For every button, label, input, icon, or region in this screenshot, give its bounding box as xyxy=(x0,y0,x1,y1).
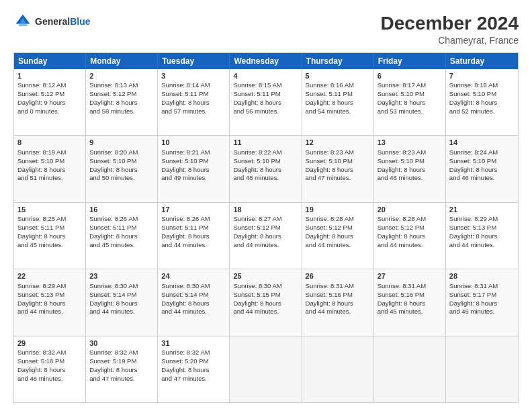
day-info-line-1: Sunset: 5:10 PM xyxy=(378,90,442,99)
day-info-line-0: Sunrise: 8:21 AM xyxy=(161,148,226,157)
day-info-line-0: Sunrise: 8:22 AM xyxy=(233,148,298,157)
page: GeneralBlue December 2024 Chameyrat, Fra… xyxy=(0,0,532,411)
calendar-cell-3-4: 26Sunrise: 8:31 AMSunset: 5:16 PMDayligh… xyxy=(302,269,374,335)
calendar-cell-1-2: 10Sunrise: 8:21 AMSunset: 5:10 PMDayligh… xyxy=(158,136,230,201)
day-number: 14 xyxy=(449,138,515,148)
day-info-line-1: Sunset: 5:11 PM xyxy=(306,90,370,99)
header-monday: Monday xyxy=(86,53,158,69)
day-number: 19 xyxy=(306,205,370,215)
calendar-cell-2-5: 20Sunrise: 8:28 AMSunset: 5:12 PMDayligh… xyxy=(374,203,446,269)
day-info-line-0: Sunrise: 8:30 AM xyxy=(161,282,226,291)
calendar-cell-1-3: 11Sunrise: 8:22 AMSunset: 5:10 PMDayligh… xyxy=(230,136,302,201)
day-info-line-3: and 48 minutes. xyxy=(233,174,298,183)
header-tuesday: Tuesday xyxy=(158,53,230,69)
day-info-line-1: Sunset: 5:20 PM xyxy=(161,357,226,366)
calendar-header-row: Sunday Monday Tuesday Wednesday Thursday… xyxy=(14,53,518,69)
day-info-line-3: and 45 minutes. xyxy=(89,241,154,250)
day-info-line-0: Sunrise: 8:23 AM xyxy=(306,148,370,157)
day-number: 25 xyxy=(233,271,298,281)
calendar-cell-2-1: 16Sunrise: 8:26 AMSunset: 5:11 PMDayligh… xyxy=(86,203,158,269)
day-info-line-3: and 46 minutes. xyxy=(378,174,442,183)
day-info-line-2: Daylight: 8 hours xyxy=(378,300,442,308)
calendar-cell-0-1: 2Sunrise: 8:13 AMSunset: 5:12 PMDaylight… xyxy=(86,69,158,135)
day-number: 12 xyxy=(306,138,370,148)
calendar-cell-3-5: 27Sunrise: 8:31 AMSunset: 5:16 PMDayligh… xyxy=(374,269,446,335)
day-info-line-0: Sunrise: 8:32 AM xyxy=(89,349,154,357)
day-info-line-1: Sunset: 5:10 PM xyxy=(449,90,515,99)
calendar-week-3: 22Sunrise: 8:29 AMSunset: 5:13 PMDayligh… xyxy=(14,269,518,336)
day-info-line-1: Sunset: 5:10 PM xyxy=(449,157,515,166)
day-info-line-3: and 45 minutes. xyxy=(378,308,442,316)
day-info-line-1: Sunset: 5:12 PM xyxy=(233,224,298,232)
day-info-line-2: Daylight: 8 hours xyxy=(306,166,370,175)
day-info-line-2: Daylight: 8 hours xyxy=(89,166,154,175)
day-number: 6 xyxy=(378,71,442,81)
day-number: 21 xyxy=(449,205,515,215)
day-info-line-1: Sunset: 5:11 PM xyxy=(161,224,226,232)
calendar: Sunday Monday Tuesday Wednesday Thursday… xyxy=(13,52,519,403)
day-info-line-3: and 54 minutes. xyxy=(306,107,370,116)
day-info-line-2: Daylight: 8 hours xyxy=(306,99,370,107)
day-number: 9 xyxy=(89,138,154,148)
day-info-line-3: and 0 minutes. xyxy=(17,107,82,116)
day-info-line-2: Daylight: 8 hours xyxy=(449,166,515,175)
header-friday: Friday xyxy=(374,53,446,69)
day-info-line-3: and 44 minutes. xyxy=(233,241,298,250)
day-info-line-2: Daylight: 8 hours xyxy=(161,300,226,308)
day-info-line-3: and 49 minutes. xyxy=(161,174,226,183)
logo-general: GeneralBlue xyxy=(35,15,90,28)
day-number: 26 xyxy=(306,271,370,281)
day-info-line-3: and 44 minutes. xyxy=(161,308,226,316)
day-info-line-2: Daylight: 8 hours xyxy=(17,232,82,241)
day-info-line-3: and 52 minutes. xyxy=(449,107,515,116)
calendar-cell-4-6 xyxy=(446,336,518,402)
day-info-line-2: Daylight: 8 hours xyxy=(161,232,226,241)
day-info-line-2: Daylight: 8 hours xyxy=(306,232,370,241)
day-number: 15 xyxy=(17,205,82,215)
day-info-line-1: Sunset: 5:10 PM xyxy=(89,157,154,166)
calendar-cell-4-5 xyxy=(374,336,446,402)
day-info-line-1: Sunset: 5:12 PM xyxy=(378,224,442,232)
day-info-line-0: Sunrise: 8:29 AM xyxy=(17,282,82,291)
day-number: 18 xyxy=(233,205,298,215)
day-info-line-1: Sunset: 5:16 PM xyxy=(306,291,370,300)
day-info-line-2: Daylight: 8 hours xyxy=(17,300,82,308)
calendar-cell-1-0: 8Sunrise: 8:19 AMSunset: 5:10 PMDaylight… xyxy=(14,136,86,201)
day-number: 27 xyxy=(378,271,442,281)
day-info-line-3: and 47 minutes. xyxy=(161,375,226,383)
day-number: 29 xyxy=(17,338,82,349)
day-number: 28 xyxy=(449,271,515,281)
day-number: 22 xyxy=(17,271,82,281)
day-info-line-1: Sunset: 5:16 PM xyxy=(378,291,442,300)
day-info-line-1: Sunset: 5:10 PM xyxy=(233,157,298,166)
calendar-cell-0-6: 7Sunrise: 8:18 AMSunset: 5:10 PMDaylight… xyxy=(446,69,518,135)
day-info-line-2: Daylight: 8 hours xyxy=(89,300,154,308)
day-info-line-0: Sunrise: 8:29 AM xyxy=(449,215,515,224)
day-info-line-0: Sunrise: 8:24 AM xyxy=(449,148,515,157)
day-info-line-0: Sunrise: 8:16 AM xyxy=(306,81,370,90)
calendar-cell-0-3: 4Sunrise: 8:15 AMSunset: 5:11 PMDaylight… xyxy=(230,69,302,135)
day-info-line-3: and 47 minutes. xyxy=(89,375,154,383)
day-info-line-1: Sunset: 5:12 PM xyxy=(306,224,370,232)
day-info-line-0: Sunrise: 8:18 AM xyxy=(449,81,515,90)
day-info-line-3: and 44 minutes. xyxy=(306,241,370,250)
day-info-line-3: and 45 minutes. xyxy=(17,241,82,250)
calendar-cell-4-0: 29Sunrise: 8:32 AMSunset: 5:18 PMDayligh… xyxy=(14,336,86,402)
day-info-line-2: Daylight: 8 hours xyxy=(449,232,515,241)
day-info-line-0: Sunrise: 8:17 AM xyxy=(378,81,442,90)
day-info-line-3: and 47 minutes. xyxy=(306,174,370,183)
day-info-line-0: Sunrise: 8:19 AM xyxy=(17,148,82,157)
day-info-line-1: Sunset: 5:10 PM xyxy=(378,157,442,166)
day-info-line-0: Sunrise: 8:25 AM xyxy=(17,215,82,224)
day-info-line-2: Daylight: 9 hours xyxy=(17,99,82,107)
day-info-line-0: Sunrise: 8:31 AM xyxy=(378,282,442,291)
calendar-week-4: 29Sunrise: 8:32 AMSunset: 5:18 PMDayligh… xyxy=(14,336,518,402)
day-number: 5 xyxy=(306,71,370,81)
day-number: 3 xyxy=(161,71,226,81)
day-info-line-1: Sunset: 5:17 PM xyxy=(449,291,515,300)
day-info-line-0: Sunrise: 8:12 AM xyxy=(17,81,82,90)
day-info-line-1: Sunset: 5:13 PM xyxy=(17,291,82,300)
day-info-line-0: Sunrise: 8:31 AM xyxy=(449,282,515,291)
day-number: 17 xyxy=(161,205,226,215)
day-info-line-2: Daylight: 8 hours xyxy=(378,166,442,175)
